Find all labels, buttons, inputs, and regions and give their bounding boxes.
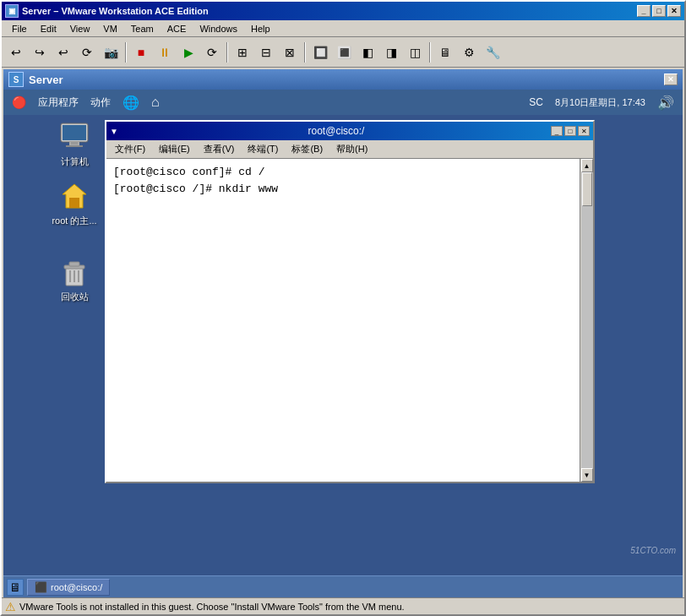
vmware-title: Server – VMware Workstation ACE Edition: [22, 6, 637, 16]
scroll-thumb[interactable]: [582, 172, 592, 206]
scroll-up-btn[interactable]: ▲: [581, 159, 593, 172]
title-bar: ▣ Server – VMware Workstation ACE Editio…: [2, 2, 684, 20]
svg-rect-1: [63, 125, 86, 140]
action-label[interactable]: 动作: [90, 95, 111, 110]
app-bar: 🔴 应用程序 动作 🌐 ⌂ SC 8月10日星期日, 17:43 🔊: [3, 90, 683, 115]
vmware-window: ▣ Server – VMware Workstation ACE Editio…: [0, 0, 686, 616]
terminal-minimize-btn[interactable]: _: [551, 126, 563, 136]
home-icon-label: root 的主...: [52, 215, 96, 227]
menu-team[interactable]: Team: [124, 22, 161, 35]
toolbar-btn-8[interactable]: ⊠: [279, 41, 301, 63]
taskbar-terminal-label: root@cisco:/: [51, 582, 102, 592]
app-label[interactable]: 应用程序: [38, 95, 79, 110]
toolbar-btn-7[interactable]: ⊟: [255, 41, 277, 63]
toolbar-sep-4: [429, 42, 431, 63]
term-menu-view[interactable]: 查看(V): [197, 141, 242, 157]
toolbar-btn-16[interactable]: 🔧: [482, 41, 504, 63]
start-icon: 🖥: [9, 581, 21, 594]
vmware-icon: ▣: [5, 4, 19, 18]
menu-view[interactable]: View: [63, 22, 97, 35]
terminal-window: ▼ root@cisco:/ _ □ ✕ 文件(F) 编辑(E) 查看(V) 终…: [105, 120, 595, 483]
taskbar-terminal-icon: ⬛: [35, 581, 47, 593]
trash-icon-label: 回收站: [61, 291, 89, 303]
desktop-icon-trash[interactable]: 回收站: [47, 255, 101, 303]
desktop-icon-home[interactable]: root 的主...: [47, 179, 101, 227]
term-menu-file[interactable]: 文件(F): [108, 141, 152, 157]
terminal-menu-bar: 文件(F) 编辑(E) 查看(V) 终端(T) 标签(B) 帮助(H): [106, 140, 593, 159]
terminal-line-2: [root@cisco /]# nkdir www: [113, 181, 573, 198]
home-folder-icon: [57, 179, 91, 213]
start-area[interactable]: 🖥: [7, 579, 24, 596]
terminal-title-text: root@cisco:/: [122, 125, 551, 137]
home-icon[interactable]: ⌂: [151, 95, 160, 110]
svg-rect-9: [69, 262, 79, 266]
toolbar-btn-12[interactable]: ◨: [380, 41, 402, 63]
toolbar-power-refresh[interactable]: ⟳: [201, 41, 223, 63]
toolbar-btn-11[interactable]: ◧: [357, 41, 378, 63]
scroll-track[interactable]: [581, 172, 593, 468]
maximize-button[interactable]: □: [652, 5, 666, 17]
server-window-icon: S: [8, 72, 24, 87]
close-button[interactable]: ✕: [667, 5, 681, 17]
toolbar-btn-2[interactable]: ↪: [29, 41, 51, 63]
desktop-icon-computer[interactable]: 计算机: [47, 120, 101, 168]
inner-taskbar: 🖥 ⬛ root@cisco:/: [3, 575, 683, 597]
toolbar-btn-1[interactable]: ↩: [5, 41, 27, 63]
server-close-button[interactable]: ✕: [664, 74, 678, 85]
toolbar-power-pause[interactable]: ⏸: [154, 41, 176, 63]
terminal-scrollbar[interactable]: ▲ ▼: [580, 159, 593, 482]
terminal-maximize-btn[interactable]: □: [564, 126, 576, 136]
svg-rect-3: [66, 145, 83, 147]
vmware-status-bar: ⚠ VMware Tools is not installed in this …: [2, 597, 684, 614]
app-icon: 🔴: [12, 95, 26, 109]
term-menu-terminal[interactable]: 终端(T): [241, 141, 285, 157]
server-title-bar: S Server ✕: [3, 69, 683, 90]
menu-bar: File Edit View VM Team ACE Windows Help: [2, 20, 684, 37]
toolbar-btn-10[interactable]: 🔳: [333, 41, 355, 63]
warning-icon: ⚠: [5, 600, 16, 613]
toolbar-btn-3[interactable]: ↩: [52, 41, 74, 63]
svg-rect-6: [69, 198, 79, 208]
svg-rect-4: [71, 142, 78, 144]
menu-help[interactable]: Help: [244, 22, 277, 35]
title-controls: _ □ ✕: [637, 5, 681, 17]
terminal-line-1: [root@cisco conf]# cd /: [113, 164, 573, 181]
terminal-dropdown-icon[interactable]: ▼: [110, 127, 118, 136]
computer-icon-label: 计算机: [61, 155, 89, 168]
toolbar-sep-1: [125, 42, 127, 63]
toolbar: ↩ ↪ ↩ ⟳ 📷 ■ ⏸ ▶ ⟳ ⊞ ⊟ ⊠ 🔲 🔳 ◧ ◨ ◫ 🖥 ⚙ 🔧: [2, 37, 684, 68]
menu-ace[interactable]: ACE: [161, 22, 193, 35]
toolbar-btn-9[interactable]: 🔲: [309, 41, 331, 63]
toolbar-power-stop[interactable]: ■: [130, 41, 152, 63]
terminal-controls: _ □ ✕: [551, 126, 590, 136]
datetime-label: 8月10日星期日, 17:43: [555, 96, 645, 109]
terminal-content: [root@cisco conf]# cd / [root@cisco /]# …: [106, 159, 593, 482]
blue-desktop: S Server ✕ 🔴 应用程序 动作 🌐 ⌂ SC 8月10日星期日, 17…: [3, 69, 683, 597]
toolbar-sep-2: [226, 42, 228, 63]
terminal-text[interactable]: [root@cisco conf]# cd / [root@cisco /]# …: [106, 159, 580, 482]
toolbar-sep-3: [304, 42, 306, 63]
browser-icon[interactable]: 🌐: [122, 95, 139, 111]
toolbar-power-play[interactable]: ▶: [177, 41, 199, 63]
toolbar-btn-5[interactable]: 📷: [100, 41, 122, 63]
menu-edit[interactable]: Edit: [34, 22, 63, 35]
term-menu-help[interactable]: 帮助(H): [329, 141, 374, 157]
toolbar-btn-13[interactable]: ◫: [404, 41, 426, 63]
minimize-button[interactable]: _: [637, 5, 651, 17]
taskbar-terminal-btn[interactable]: ⬛ root@cisco:/: [27, 579, 110, 596]
menu-windows[interactable]: Windows: [193, 22, 244, 35]
term-menu-edit[interactable]: 编辑(E): [152, 141, 197, 157]
toolbar-btn-4[interactable]: ⟳: [76, 41, 98, 63]
scroll-down-btn[interactable]: ▼: [581, 468, 593, 482]
menu-file[interactable]: File: [5, 22, 34, 35]
sound-icon[interactable]: 🔊: [657, 95, 674, 111]
watermark-text: 51CTO.com: [630, 546, 676, 555]
toolbar-btn-14[interactable]: 🖥: [434, 41, 456, 63]
terminal-title-bar: ▼ root@cisco:/ _ □ ✕: [106, 122, 593, 140]
computer-icon: [57, 120, 91, 154]
terminal-close-btn[interactable]: ✕: [578, 126, 590, 136]
toolbar-btn-6[interactable]: ⊞: [231, 41, 253, 63]
term-menu-tabs[interactable]: 标签(B): [285, 141, 329, 157]
menu-vm[interactable]: VM: [96, 22, 124, 35]
toolbar-btn-15[interactable]: ⚙: [458, 41, 480, 63]
